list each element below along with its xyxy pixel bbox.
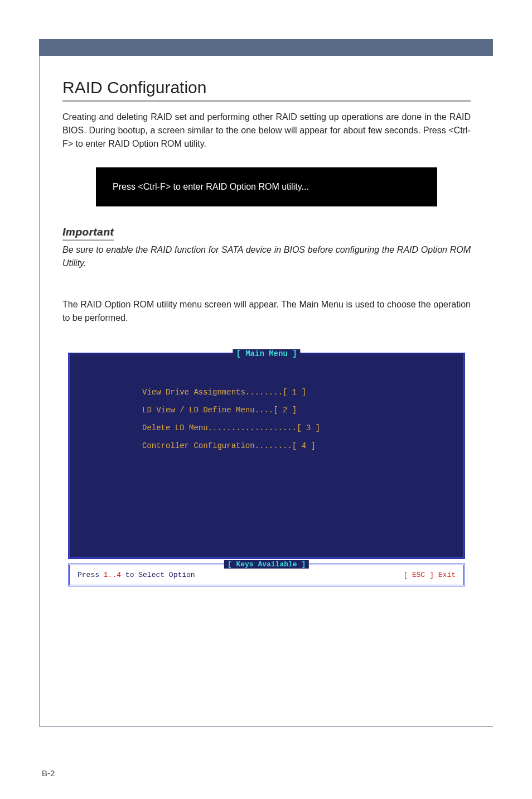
bios-menu-item: View Drive Assignments........[ 1 ] xyxy=(142,388,452,397)
bios-keys-title: [ Keys Available ] xyxy=(224,560,309,569)
bios-menu-item: Controller Configuration........[ 4 ] xyxy=(142,441,452,450)
bios-intro-paragraph: The RAID Option ROM utility menu screen … xyxy=(62,298,471,325)
bios-menu-items: View Drive Assignments........[ 1 ] LD V… xyxy=(81,377,452,450)
bios-menu-item: Delete LD Menu...................[ 3 ] xyxy=(142,423,452,432)
header-banner xyxy=(39,39,493,56)
bios-keys-press: Press xyxy=(78,571,104,579)
bios-keys-box: [ Keys Available ] Press 1..4 to Select … xyxy=(68,564,465,586)
boot-message-box: Press <Ctrl-F> to enter RAID Option ROM … xyxy=(96,167,437,206)
content-box: RAID Configuration Creating and deleting… xyxy=(39,56,493,727)
page-number: B-2 xyxy=(42,768,55,778)
bios-main-title: [ Main Menu ] xyxy=(233,349,300,358)
intro-paragraph: Creating and deleting RAID set and perfo… xyxy=(62,110,471,151)
bios-screenshot: [ Main Menu ] View Drive Assignments....… xyxy=(68,353,465,586)
bios-main-menu-box: [ Main Menu ] View Drive Assignments....… xyxy=(68,353,465,559)
bios-keys-left: Press 1..4 to Select Option xyxy=(78,571,195,579)
bios-keys-rest: to Select Option xyxy=(121,571,195,579)
bios-keys-right: [ ESC ] Exit xyxy=(403,571,456,579)
bios-menu-item: LD View / LD Define Menu....[ 2 ] xyxy=(142,406,452,415)
page-title: RAID Configuration xyxy=(62,78,471,102)
important-label: Important xyxy=(62,226,114,240)
header-label: AMD RAID xyxy=(42,25,493,36)
important-text: Be sure to enable the RAID function for … xyxy=(62,243,471,270)
bios-keys-range: 1..4 xyxy=(104,571,121,579)
